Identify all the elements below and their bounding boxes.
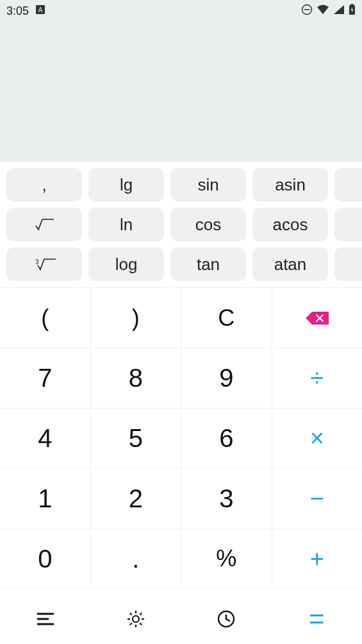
digit-8-button[interactable]: 8 [91,348,182,408]
rparen-button[interactable]: ) [91,288,182,348]
wifi-icon [317,4,329,18]
fn-more-row2-button[interactable] [334,248,362,281]
gear-icon [126,609,146,629]
battery-charging-icon [349,4,356,19]
settings-button[interactable] [90,589,181,644]
fn-comma-button[interactable]: , [6,168,82,201]
fn-lg-button[interactable]: lg [88,168,164,201]
minus-button[interactable]: − [272,469,363,529]
clock-icon [217,609,236,629]
fn-sin-button[interactable]: sin [170,168,246,201]
svg-point-10 [133,616,139,622]
digit-3-button[interactable]: 3 [181,469,272,529]
backspace-icon [304,310,330,326]
fn-tan-button[interactable]: tan [170,248,246,281]
fn-atan-button[interactable]: atan [252,248,328,281]
percent-button[interactable]: % [181,529,272,588]
digit-0-button[interactable]: 0 [0,529,91,588]
menu-icon [35,611,56,627]
digit-6-button[interactable]: 6 [181,409,272,468]
calculator-display [0,22,362,162]
cbrt-icon: 3 [31,257,57,272]
fn-sqrt-button[interactable] [6,208,82,241]
menu-button[interactable] [0,589,90,644]
lparen-button[interactable]: ( [0,288,91,348]
sqrt-icon [33,217,55,232]
keyboard-icon: A [35,4,45,18]
fn-more-row1-button[interactable] [334,208,362,241]
fn-more-row0-button[interactable] [334,168,362,201]
dnd-icon [301,4,313,19]
digit-9-button[interactable]: 9 [181,348,272,408]
cellular-icon [333,4,345,18]
svg-rect-5 [351,4,354,6]
clear-button[interactable]: C [181,288,272,348]
divide-button[interactable]: ÷ [272,348,363,408]
plus-button[interactable]: + [272,529,363,588]
digit-1-button[interactable]: 1 [0,469,91,529]
svg-text:3: 3 [35,258,39,266]
backspace-button[interactable] [272,288,363,348]
bottom-toolbar: = [0,589,362,644]
fn-acos-button[interactable]: acos [252,208,328,241]
fn-ln-button[interactable]: ln [88,208,164,241]
fn-asin-button[interactable]: asin [252,168,328,201]
multiply-button[interactable]: × [272,409,363,468]
fn-cos-button[interactable]: cos [170,208,246,241]
digit-7-button[interactable]: 7 [0,348,91,408]
status-bar: 3:05 A [0,0,362,22]
fn-cbrt-button[interactable]: 3 [6,248,82,281]
status-time: 3:05 [6,4,29,18]
equals-button[interactable]: = [272,589,362,644]
digit-4-button[interactable]: 4 [0,409,91,468]
keypad: ( ) C 7 8 9 ÷ 4 5 6 × 1 2 3 − 0 . % + [0,287,362,589]
function-keys-area: , lg sin asin ln cos acos 3 log tan atan [0,162,362,287]
svg-text:A: A [38,6,43,13]
history-button[interactable] [181,589,272,644]
dot-button[interactable]: . [91,529,182,588]
fn-log-button[interactable]: log [88,248,164,281]
digit-5-button[interactable]: 5 [91,409,182,468]
digit-2-button[interactable]: 2 [91,469,182,529]
